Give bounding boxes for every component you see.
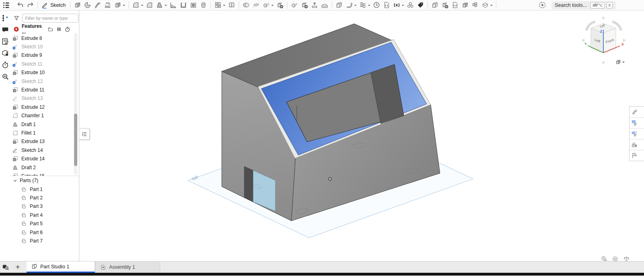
add-tab-button[interactable]: + [14,263,22,271]
scrollbar-thumb[interactable] [74,114,77,166]
tab-manager-icon[interactable] [2,263,9,271]
feature-list-toggle[interactable] [2,1,10,10]
notes-icon[interactable] [1,37,9,46]
delete-face-tool[interactable] [299,1,310,10]
feature-fillet-1[interactable]: Fillet 1 [10,129,79,137]
part-6[interactable]: Part 6 [10,228,79,237]
toolbar-separator[interactable] [427,2,428,9]
mirror-tool[interactable] [227,1,237,10]
rib-tool[interactable] [168,1,178,10]
variable-tool[interactable]: (x) [392,1,405,10]
history-icon[interactable] [1,61,9,69]
import-tool[interactable] [310,1,320,10]
part-3[interactable]: Part 3 [10,202,79,211]
export-tool[interactable] [320,1,330,10]
toolbar-separator[interactable] [128,2,129,9]
thicken-surface-tool[interactable] [460,1,470,10]
draft-tool[interactable] [155,1,168,10]
right-dock-icon-3[interactable] [630,129,644,139]
feature-extrude-14[interactable]: Extrude 14 [10,154,79,163]
parts-header[interactable]: Parts (7) [10,176,79,185]
boundary-surface-tool[interactable] [470,1,480,10]
part-1[interactable]: Part 1 [10,185,79,193]
shell-tool[interactable] [178,1,188,10]
feature-extrude-10[interactable]: Extrude 10 [10,68,79,77]
feature-draft-2[interactable]: Draft 2 [10,163,79,172]
feature-sketch-10[interactable]: Sketch 10 [10,42,79,51]
linear-pattern-tool[interactable] [213,1,227,10]
feature-sketch-14[interactable]: Sketch 14 [10,146,79,154]
comments-icon[interactable] [1,26,9,34]
view-options-button[interactable] [615,59,625,65]
feature-extrude-8[interactable]: Extrude 8 [10,34,79,42]
feature-draft-1[interactable]: Draft 1 [10,120,79,129]
extrude-surface-tool[interactable] [430,1,440,10]
loft-tool[interactable] [103,1,113,10]
right-dock-icon-1[interactable] [630,107,644,118]
feature-extrude-15[interactable]: Extrude 15 [10,172,79,176]
toolbar-separator[interactable] [37,2,38,9]
add-folder-icon[interactable] [47,26,54,32]
right-dock-icon-5[interactable] [630,150,644,161]
hole-tool[interactable] [188,1,198,10]
tab-part-studio-1[interactable]: Part Studio 1 [27,261,95,273]
toolbar-separator[interactable] [70,2,70,9]
panel-flyout-button[interactable] [79,128,90,140]
toolbar-separator[interactable] [211,2,211,9]
search-tools[interactable]: Search tools... alt/⌥ c [551,1,616,9]
delete-body-tool[interactable] [440,1,450,10]
sheet-metal-tool[interactable] [334,1,344,10]
chamfer-tool[interactable] [144,1,155,10]
search-settings-icon[interactable] [1,73,9,81]
toolbar-separator[interactable] [239,2,239,9]
fill-surface-tool[interactable] [450,1,460,10]
feature-extrude-9[interactable]: Extrude 9 [10,51,79,60]
revolve-tool[interactable] [83,1,93,10]
enclose-tool[interactable] [480,1,494,10]
toolbar-separator[interactable] [332,2,332,9]
extrude-tool[interactable] [72,1,83,10]
tab-assembly-1[interactable]: Assembly 1 [95,261,160,273]
revision-clock-tool[interactable] [372,1,382,10]
thicken-tool[interactable] [113,1,126,10]
feature-sketch-11[interactable]: Sketch 11 [10,60,79,68]
part-4[interactable]: Part 4 [10,211,79,219]
viewport-canvas[interactable]: Top [0,10,644,273]
sketch-button[interactable]: Sketch [40,1,68,10]
suppress-icon[interactable] [56,26,62,32]
scrollbar[interactable] [74,33,77,175]
filter-icon[interactable] [13,15,20,21]
feature-sketch-13[interactable]: Sketch 13 [10,94,79,103]
feature-sketch-12[interactable]: Sketch 12 [10,77,79,85]
part-2[interactable]: Part 2 [10,193,79,202]
split-tool[interactable] [251,1,261,10]
versions-icon[interactable] [1,14,9,22]
move-face-tool[interactable] [289,1,299,10]
error-badge-icon[interactable] [13,26,19,32]
delete-part-tool[interactable] [275,1,285,10]
custom-feature-button[interactable] [537,1,547,10]
feature-extrude-12[interactable]: Extrude 12 [10,103,79,111]
toolbar-separator[interactable] [287,2,287,9]
part-5[interactable]: Part 5 [10,220,79,228]
feature-extrude-11[interactable]: Extrude 11 [10,85,79,94]
toolbar-separator[interactable] [496,2,496,9]
origin-point[interactable] [328,177,331,180]
right-dock-icon-4[interactable] [630,139,644,150]
transform-tool[interactable] [261,1,275,10]
reference-manager-icon[interactable] [1,49,9,57]
boss-tool[interactable] [198,1,208,10]
label-tool[interactable] [415,1,425,10]
standard-content-tool[interactable] [405,1,415,10]
stopwatch-icon[interactable] [64,26,70,32]
redo-button[interactable] [25,1,35,10]
featurescript-tool[interactable] [382,1,392,10]
right-dock-icon-2[interactable] [630,118,644,129]
curves-tool[interactable] [358,1,372,10]
filter-input[interactable] [22,14,78,23]
boolean-tool[interactable] [241,1,251,10]
view-cube[interactable]: Top Left Front Z Y X [580,15,627,65]
part-7[interactable]: Part 7 [10,237,79,245]
feature-extrude-13[interactable]: Extrude 13 [10,137,79,146]
feature-chamfer-1[interactable]: Chamfer 1 [10,112,79,120]
